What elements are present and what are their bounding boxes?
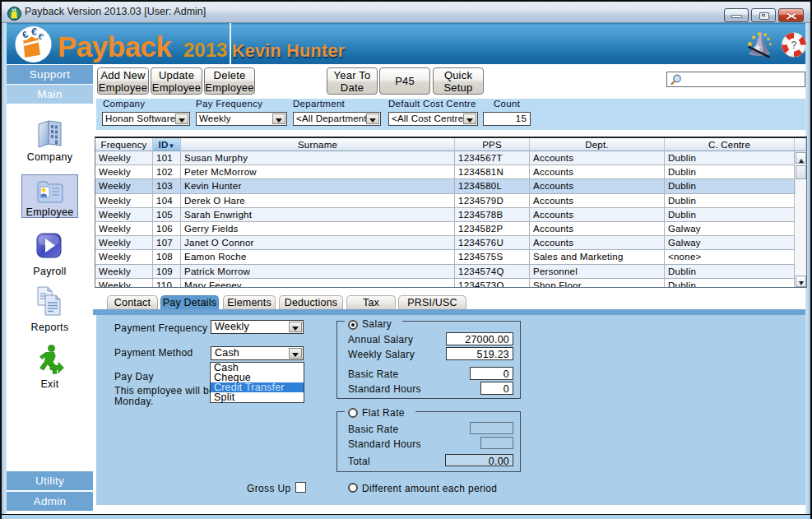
svg-text:?: ?	[791, 39, 797, 51]
